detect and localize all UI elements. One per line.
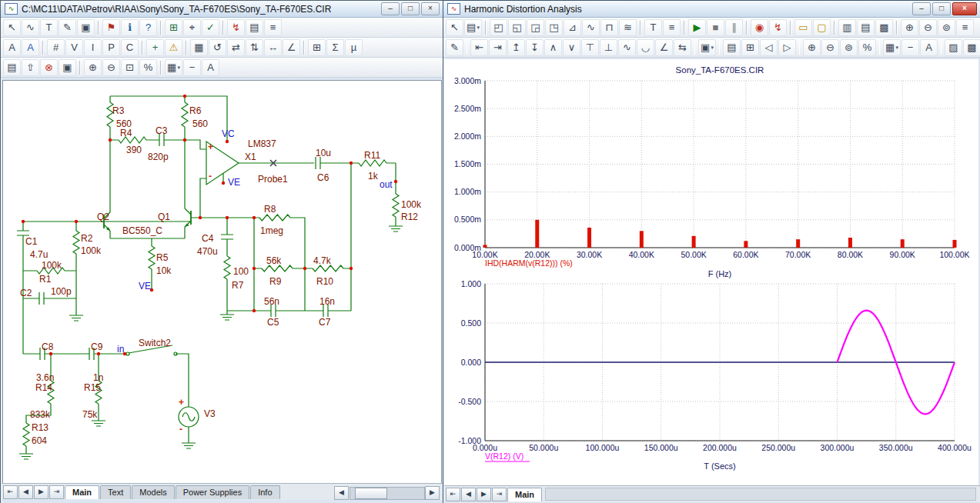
prev-page-button[interactable]: ◀ — [18, 485, 33, 499]
page-icon[interactable]: ▤ — [3, 59, 21, 76]
properties-icon[interactable]: ≡ — [663, 19, 681, 36]
ground-symbol[interactable] — [182, 439, 196, 448]
tab-main[interactable]: Main — [507, 488, 542, 501]
select-arrow-icon[interactable]: ↖ — [3, 19, 21, 36]
power-icon[interactable]: ↯ — [227, 19, 245, 36]
last-page-button[interactable]: ⇥ — [49, 485, 64, 499]
font-icon[interactable]: A — [3, 39, 21, 56]
grid-dropdown-icon[interactable]: ▦▾ — [165, 59, 182, 76]
probe-icon[interactable]: ◉ — [751, 19, 768, 36]
rotate-icon[interactable]: ↺ — [209, 39, 226, 56]
component-mode-icon[interactable]: ⊞ — [165, 19, 182, 36]
menu-icon[interactable]: ≡ — [264, 19, 282, 36]
plot-area[interactable]: Sony_TA-F670ES.CIR10.00K20.00K30.00K40.0… — [444, 59, 978, 485]
zoom-in-icon[interactable]: ⊕ — [803, 39, 821, 56]
help-mode-icon[interactable]: ? — [139, 19, 157, 36]
waveform-mode-icon[interactable]: ≋ — [619, 19, 637, 36]
slope-icon[interactable]: ∠ — [655, 39, 673, 56]
schematic-canvas[interactable]: R3560R6560R4390C3820pVCLM837X1VEProbe110… — [2, 80, 442, 484]
tab-main[interactable]: Main — [65, 485, 99, 499]
stop-button[interactable]: ■ — [707, 19, 724, 36]
point-tag-icon[interactable]: ◲ — [527, 19, 544, 36]
resistor-R12[interactable] — [393, 194, 399, 217]
node-power-icon[interactable]: P — [102, 39, 120, 56]
next-page-button[interactable]: ▶ — [34, 485, 48, 499]
open-file-icon[interactable]: ▤▾ — [464, 19, 482, 36]
pin-connections-icon[interactable]: + — [146, 39, 164, 56]
transistor-Q1[interactable] — [185, 208, 191, 227]
zoom-area-icon[interactable]: ⊡ — [121, 59, 139, 76]
micro-icon[interactable]: µ — [345, 39, 363, 56]
paste-icon[interactable]: ▣▾ — [698, 39, 716, 56]
wire-mode-icon[interactable]: ∿ — [22, 19, 39, 36]
inflection-icon[interactable]: ∿ — [618, 39, 636, 56]
text-mode-icon[interactable]: T — [644, 19, 662, 36]
scale-mode-icon[interactable]: ◰ — [490, 19, 507, 36]
delete-page-icon[interactable]: ⊗ — [40, 59, 58, 76]
tab-models[interactable]: Models — [132, 485, 174, 499]
text-size-icon[interactable]: A — [202, 59, 219, 76]
resistor-R11[interactable] — [359, 160, 386, 166]
close-button[interactable]: × — [421, 2, 440, 15]
edit-icon[interactable]: ✎ — [446, 39, 463, 56]
sum-icon[interactable]: Σ — [326, 39, 344, 56]
capacitor-C4[interactable] — [221, 235, 233, 239]
zoom-in-icon[interactable]: ⊕ — [901, 19, 918, 36]
check-model-icon[interactable]: ✓ — [202, 19, 219, 36]
analysis-titlebar[interactable]: ∿ Harmonic Distortion Analysis – □ × — [443, 1, 980, 18]
cursor-right-icon[interactable]: ▷ — [778, 39, 796, 56]
flip-horizontal-icon[interactable]: ⇄ — [227, 39, 245, 56]
minimize-button[interactable]: – — [381, 2, 400, 15]
dynamic-icon[interactable]: ↯ — [769, 19, 787, 36]
vertical-tag-icon[interactable]: ⊿ — [564, 19, 581, 36]
text-mode-icon[interactable]: T — [40, 19, 58, 36]
zoom-out-icon[interactable]: ⊖ — [102, 59, 120, 76]
zoom-out-icon[interactable]: ⊖ — [919, 19, 937, 36]
find-component-icon[interactable]: ⌖ — [183, 19, 201, 36]
grid-icon[interactable]: ▦ — [190, 39, 208, 56]
scroll-left-button[interactable]: ◀ — [334, 486, 349, 500]
grid-dropdown-icon[interactable]: ▦▾ — [883, 39, 901, 56]
high-icon[interactable]: ⊤ — [581, 39, 599, 56]
ground-symbol[interactable] — [19, 450, 33, 459]
tab-info[interactable]: Info — [250, 485, 279, 499]
ground-symbol[interactable] — [69, 311, 83, 321]
pin-up-icon[interactable]: ⇧ — [22, 59, 39, 76]
normalize-icon[interactable]: ▭ — [794, 19, 812, 36]
capacitor-C6[interactable] — [316, 157, 320, 169]
tab-power-supplies[interactable]: Power Supplies — [176, 485, 249, 499]
scrollbar-thumb[interactable] — [355, 488, 387, 499]
zoom-percent-icon[interactable]: % — [139, 59, 157, 76]
shrink-icon[interactable]: − — [901, 39, 919, 56]
tag-bottom-icon[interactable]: ↧ — [526, 39, 544, 56]
zoom-in-icon[interactable]: ⊕ — [84, 59, 102, 76]
notebook-icon[interactable]: ▤ — [723, 39, 741, 56]
text-size-icon[interactable]: A — [920, 39, 938, 56]
zoom-cursor-icon[interactable]: ⊚ — [840, 39, 858, 56]
first-page-button[interactable]: ⇤ — [446, 488, 460, 501]
tag-right-icon[interactable]: ⇥ — [489, 39, 507, 56]
pages-alt-icon[interactable]: ▩ — [963, 39, 980, 56]
pages-icon[interactable]: ▨ — [945, 39, 962, 56]
resistor-R6[interactable] — [182, 102, 188, 127]
resistor-R9[interactable] — [262, 265, 293, 271]
tag-left-icon[interactable]: ⇤ — [470, 39, 488, 56]
copy-page-icon[interactable]: ▣ — [59, 59, 76, 76]
scroll-right-button[interactable]: ▶ — [425, 486, 440, 500]
swap-icon[interactable]: ⇆ — [674, 39, 691, 56]
flat-icon[interactable]: ◡ — [637, 39, 654, 56]
minimize-button[interactable]: – — [912, 2, 931, 15]
attribute-text-icon[interactable]: A — [22, 39, 39, 56]
node-numbers-icon[interactable]: # — [47, 39, 65, 56]
cursor-mode-icon[interactable]: ◱ — [508, 19, 526, 36]
zoom-percent-icon[interactable]: % — [858, 39, 876, 56]
cascade-icon[interactable]: ▩ — [875, 19, 893, 36]
slope-mode-icon[interactable]: ⊓ — [600, 19, 618, 36]
last-page-button[interactable]: ⇥ — [492, 488, 507, 501]
schematic-titlebar[interactable]: ∿ C:\MC11\DATA\Petrov\RIAA\Sony\Sony_TA-… — [1, 1, 443, 18]
menu-icon[interactable]: ≡ — [956, 19, 974, 36]
next-page-button[interactable]: ▶ — [477, 488, 491, 501]
warning-icon[interactable]: ⚠ — [165, 39, 182, 56]
select-arrow-icon[interactable]: ↖ — [446, 19, 463, 36]
valley-icon[interactable]: ∨ — [563, 39, 580, 56]
